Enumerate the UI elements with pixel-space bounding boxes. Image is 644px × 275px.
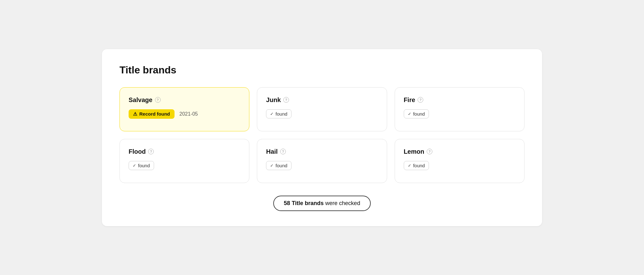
card-junk: Junk?✓found [257,87,387,131]
card-title-hail: Hail [266,148,278,155]
page-title: Title brands [119,64,525,76]
badge-label-hail: found [275,163,287,168]
card-header-salvage: Salvage? [129,96,240,104]
card-hail: Hail?✓found [257,139,387,183]
card-content-lemon: ✓found [404,161,515,170]
badge-label-lemon: found [413,163,425,168]
card-content-hail: ✓found [266,161,378,170]
help-icon-fire[interactable]: ? [418,97,423,103]
card-flood: Flood?✓found [119,139,249,183]
card-title-fire: Fire [404,96,415,104]
card-title-junk: Junk [266,96,281,104]
card-lemon: Lemon?✓found [395,139,525,183]
summary-label-rest: were checked [324,200,360,206]
checkmark-icon-fire: ✓ [408,112,411,116]
card-header-fire: Fire? [404,96,515,104]
card-header-flood: Flood? [129,148,240,155]
badge-label-flood: found [138,163,150,168]
cards-grid: Salvage?⚠Record found2021-05Junk?✓foundF… [119,87,525,183]
checkmark-icon-lemon: ✓ [408,163,411,168]
record-date: 2021-05 [180,111,198,117]
badge-found-hail: ✓found [266,161,291,170]
checkmark-icon-flood: ✓ [133,163,136,168]
card-header-hail: Hail? [266,148,378,155]
card-title-salvage: Salvage [129,96,153,104]
card-header-junk: Junk? [266,96,378,104]
summary-pill: 58 Title brands were checked [273,196,371,211]
footer-summary: 58 Title brands were checked [119,196,525,211]
main-container: Title brands Salvage?⚠Record found2021-0… [102,49,542,226]
badge-found-junk: ✓found [266,109,291,118]
card-title-flood: Flood [129,148,146,155]
badge-label-junk: found [275,111,287,117]
badge-found-flood: ✓found [129,161,154,170]
badge-label: Record found [139,111,170,117]
card-content-junk: ✓found [266,109,378,118]
badge-found-lemon: ✓found [404,161,429,170]
card-salvage: Salvage?⚠Record found2021-05 [119,87,249,131]
card-header-lemon: Lemon? [404,148,515,155]
badge-label-fire: found [413,111,425,117]
card-content-salvage: ⚠Record found2021-05 [129,109,240,119]
summary-label-bold: Title brands [292,200,324,206]
warning-icon: ⚠ [133,111,137,117]
help-icon-flood[interactable]: ? [148,149,154,154]
help-icon-salvage[interactable]: ? [155,97,161,103]
help-icon-lemon[interactable]: ? [427,149,432,154]
help-icon-hail[interactable]: ? [280,149,286,154]
checkmark-icon-junk: ✓ [270,112,274,116]
badge-found-fire: ✓found [404,109,429,118]
card-content-flood: ✓found [129,161,240,170]
badge-record-found: ⚠Record found [129,109,175,119]
help-icon-junk[interactable]: ? [283,97,289,103]
checkmark-icon-hail: ✓ [270,163,274,168]
card-content-fire: ✓found [404,109,515,118]
card-title-lemon: Lemon [404,148,425,155]
summary-count: 58 [284,200,292,206]
card-fire: Fire?✓found [395,87,525,131]
